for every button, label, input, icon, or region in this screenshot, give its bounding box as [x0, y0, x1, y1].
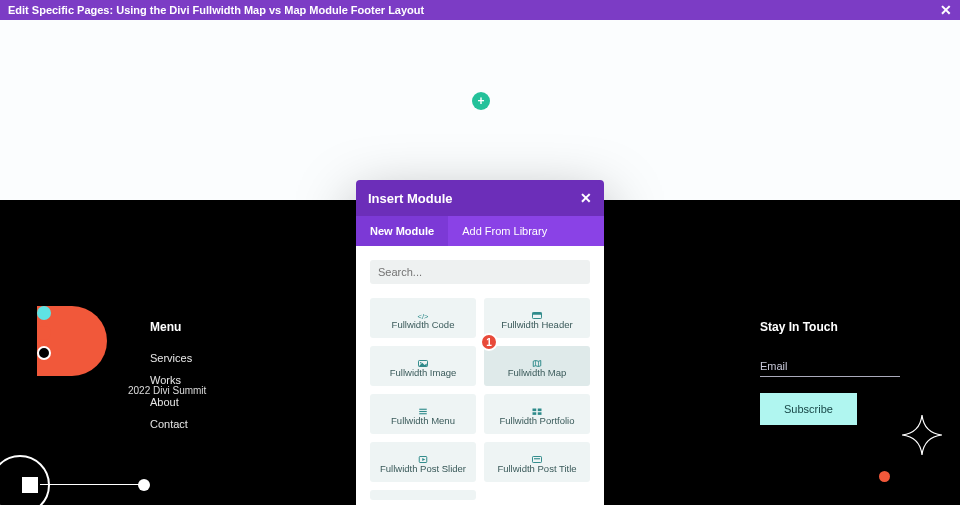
module-card-label: Fullwidth Map — [508, 367, 567, 378]
module-card-fullwidth-menu[interactable]: Fullwidth Menu — [370, 394, 476, 434]
footer-menu-heading: Menu — [150, 320, 280, 334]
logo-dot-cyan-icon — [37, 306, 51, 320]
footer-menu-column: Menu Services Works About Contact — [150, 240, 280, 505]
header-icon — [531, 306, 543, 316]
close-icon[interactable]: ✕ — [940, 3, 952, 17]
deco-line-icon — [40, 484, 140, 485]
module-card-label: Fullwidth Post Slider — [380, 463, 466, 474]
svg-point-4 — [420, 362, 422, 364]
svg-rect-10 — [533, 409, 537, 412]
module-card-fullwidth-image[interactable]: Fullwidth Image — [370, 346, 476, 386]
module-card-label: Fullwidth Header — [501, 319, 572, 330]
footer-link-contact[interactable]: Contact — [150, 418, 280, 430]
subscribe-button[interactable]: Subscribe — [760, 393, 857, 425]
editor-title: Edit Specific Pages: Using the Divi Full… — [8, 4, 424, 16]
callout-badge: 1 — [480, 333, 498, 351]
tab-add-library[interactable]: Add From Library — [448, 216, 561, 246]
module-card-label: Fullwidth Portfolio — [500, 415, 575, 426]
deco-dot-icon — [138, 479, 150, 491]
module-grid: </>Fullwidth CodeFullwidth HeaderFullwid… — [370, 298, 590, 500]
module-card-fullwidth-post-title[interactable]: Fullwidth Post Title — [484, 442, 590, 482]
module-card-fullwidth-header[interactable]: Fullwidth Header — [484, 298, 590, 338]
plus-icon: + — [477, 94, 484, 108]
modal-close-icon[interactable]: ✕ — [580, 190, 592, 206]
email-label: Email — [760, 360, 788, 372]
module-card-fullwidth-code[interactable]: </>Fullwidth Code — [370, 298, 476, 338]
svg-marker-15 — [422, 458, 425, 461]
module-card-label: Fullwidth Image — [390, 367, 457, 378]
svg-rect-16 — [533, 457, 542, 463]
stay-in-touch-heading: Stay In Touch — [760, 320, 930, 334]
module-search-input[interactable] — [370, 260, 590, 284]
image-icon — [417, 354, 429, 364]
editor-topbar: Edit Specific Pages: Using the Divi Full… — [0, 0, 960, 20]
footer-logo — [15, 306, 105, 386]
modal-body: </>Fullwidth CodeFullwidth HeaderFullwid… — [356, 246, 604, 505]
module-card-label: Fullwidth Menu — [391, 415, 455, 426]
map-icon — [531, 354, 543, 364]
footer-link-services[interactable]: Services — [150, 352, 280, 364]
svg-rect-11 — [538, 409, 542, 412]
modal-tabs: New Module Add From Library — [356, 216, 604, 246]
footer-subscribe-column: Stay In Touch Email Subscribe — [760, 240, 960, 505]
tab-new-module[interactable]: New Module — [356, 216, 448, 246]
modal-header: Insert Module ✕ — [356, 180, 604, 216]
add-section-button[interactable]: + — [472, 92, 490, 110]
module-card-more[interactable] — [370, 490, 476, 500]
menu-icon — [417, 402, 429, 412]
module-card-label: Fullwidth Post Title — [497, 463, 576, 474]
email-field[interactable]: Email — [760, 356, 900, 377]
modal-title: Insert Module — [368, 191, 453, 206]
portfolio-icon — [531, 402, 543, 412]
title-icon — [531, 450, 543, 460]
logo-dot-ring-icon — [37, 346, 51, 360]
module-card-fullwidth-post-slider[interactable]: Fullwidth Post Slider — [370, 442, 476, 482]
footer-logo-caption: 2022 Divi Summit — [128, 385, 206, 396]
slider-icon — [417, 450, 429, 460]
builder-canvas: + — [0, 20, 960, 200]
deco-square-icon — [22, 477, 38, 493]
svg-rect-2 — [533, 313, 542, 315]
footer-link-about[interactable]: About — [150, 396, 280, 408]
logo-dot-orange-icon — [37, 326, 51, 340]
module-card-label: Fullwidth Code — [392, 319, 455, 330]
module-card-fullwidth-portfolio[interactable]: Fullwidth Portfolio — [484, 394, 590, 434]
code-icon: </> — [417, 306, 429, 316]
module-card-fullwidth-map[interactable]: Fullwidth Map — [484, 346, 590, 386]
